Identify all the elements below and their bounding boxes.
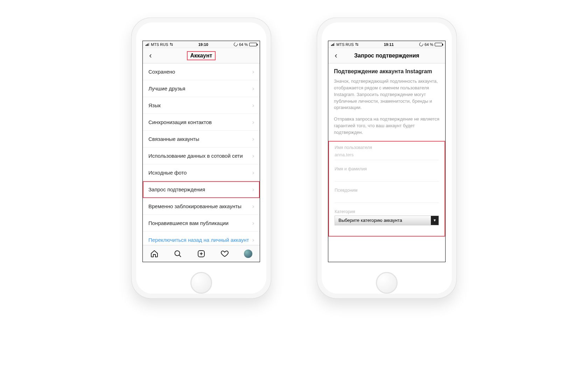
settings-row-label: Язык [148, 102, 161, 108]
verification-form: Имя пользователя anna.ters Имя и фамилия… [328, 141, 445, 237]
clock-label: 19:10 [198, 42, 208, 47]
battery-pct: 64 % [425, 42, 433, 47]
category-select[interactable]: Выберите категорию аккаунта ▼ [335, 216, 439, 225]
settings-row-label: Исходные фото [148, 170, 187, 176]
chevron-down-icon: ▼ [431, 216, 439, 225]
sync-icon [233, 42, 238, 47]
status-bar: MTS RUS ⇆ 19:10 64 % [143, 41, 260, 48]
page-title: Запрос подтверждения [328, 53, 445, 59]
settings-row-9[interactable]: Понравившиеся вам публикации› [143, 215, 260, 232]
fullname-input[interactable] [335, 173, 439, 179]
chevron-right-icon: › [252, 220, 254, 226]
fullname-label: Имя и фамилия [335, 166, 439, 171]
nav-header: ‹ Аккаунт [143, 48, 260, 63]
settings-row-label: Сохранено [148, 69, 175, 75]
alias-label: Псевдоним [335, 188, 439, 193]
category-select-text: Выберите категорию аккаунта [338, 218, 402, 223]
phone-left: MTS RUS ⇆ 19:10 64 % ‹ Аккаунт Сохранено… [131, 18, 271, 299]
page-title: Аккаунт [143, 51, 260, 60]
chevron-right-icon: › [252, 102, 254, 109]
page-title-text: Аккаунт [187, 51, 216, 60]
settings-row-label: Запрос подтверждения [148, 186, 205, 192]
alias-input[interactable] [335, 195, 439, 200]
settings-row-label: Использование данных в сотовой сети [148, 153, 243, 159]
content-area: Подтверждение аккаунта Instagram Значок,… [328, 63, 445, 262]
settings-row-1[interactable]: Лучшие друзья› [143, 80, 260, 97]
chevron-right-icon: › [252, 237, 254, 243]
settings-list[interactable]: Сохранено›Лучшие друзья›Язык›Синхронизац… [143, 63, 260, 245]
signal-icon [146, 43, 149, 46]
wifi-icon: ⇆ [170, 42, 173, 47]
carrier-label: MTS RUS [151, 42, 168, 47]
settings-row-label: Лучшие друзья [148, 86, 186, 91]
settings-row-6[interactable]: Исходные фото› [143, 164, 260, 181]
chevron-right-icon: › [252, 119, 254, 125]
status-bar: MTS RUS ⇆ 19:11 64 % [328, 41, 445, 48]
settings-row-label: Понравившиеся вам публикации [148, 220, 229, 226]
home-button[interactable] [376, 272, 398, 294]
settings-row-2[interactable]: Язык› [143, 97, 260, 114]
screen-right: MTS RUS ⇆ 19:11 64 % ‹ Запрос подтвержде… [328, 41, 446, 262]
nav-header: ‹ Запрос подтверждения [328, 48, 445, 63]
settings-row-label: Переключиться назад на личный аккаунт [148, 237, 249, 243]
settings-row-7[interactable]: Запрос подтверждения› [143, 181, 260, 198]
alias-field[interactable]: Псевдоним [335, 188, 439, 203]
settings-row-3[interactable]: Синхронизация контактов› [143, 114, 260, 131]
battery-pct: 64 % [239, 42, 248, 47]
battery-icon [249, 43, 257, 46]
sync-icon [419, 42, 424, 47]
settings-row-5[interactable]: Использование данных в сотовой сети› [143, 148, 260, 164]
settings-row-8[interactable]: Временно заблокированные аккаунты› [143, 198, 260, 215]
category-field: Категория Выберите категорию аккаунта ▼ [335, 209, 439, 227]
fullname-field[interactable]: Имя и фамилия [335, 166, 439, 182]
phone-right: MTS RUS ⇆ 19:11 64 % ‹ Запрос подтвержде… [317, 18, 457, 299]
settings-row-4[interactable]: Связанные аккаунты› [143, 131, 260, 148]
settings-row-label: Синхронизация контактов [148, 119, 212, 125]
back-button[interactable]: ‹ [328, 51, 344, 60]
home-button[interactable] [190, 272, 212, 294]
tab-bar [143, 245, 260, 262]
username-value: anna.ters [335, 152, 354, 157]
battery-icon [435, 43, 442, 46]
settings-row-label: Временно заблокированные аккаунты [148, 203, 241, 209]
page-title-text: Запрос подтверждения [354, 53, 419, 59]
chevron-right-icon: › [252, 136, 254, 142]
svg-point-0 [175, 251, 180, 255]
verification-para-2: Отправка запроса на подтверждение не явл… [334, 116, 440, 136]
home-icon[interactable] [150, 249, 159, 258]
signal-icon [331, 43, 335, 46]
settings-row-0[interactable]: Сохранено› [143, 63, 260, 80]
username-label: Имя пользователя [335, 145, 439, 150]
carrier-label: MTS RUS [336, 42, 354, 47]
heart-icon[interactable] [220, 249, 229, 258]
search-icon[interactable] [173, 249, 182, 258]
wifi-icon: ⇆ [355, 42, 358, 47]
chevron-right-icon: › [252, 86, 254, 92]
chevron-right-icon: › [252, 203, 254, 210]
back-button[interactable]: ‹ [143, 51, 158, 60]
category-label: Категория [335, 209, 439, 214]
add-icon[interactable] [197, 249, 206, 258]
verification-para-1: Значок, подтверждающий подлинность аккау… [334, 78, 440, 111]
chevron-right-icon: › [252, 170, 254, 176]
settings-row-label: Связанные аккаунты [148, 136, 199, 142]
username-field: Имя пользователя anna.ters [335, 145, 439, 160]
screen-left: MTS RUS ⇆ 19:10 64 % ‹ Аккаунт Сохранено… [142, 41, 260, 262]
settings-row-10[interactable]: Переключиться назад на личный аккаунт› [143, 232, 260, 245]
clock-label: 19:11 [384, 42, 394, 47]
chevron-right-icon: › [252, 153, 254, 159]
chevron-right-icon: › [252, 186, 254, 193]
chevron-right-icon: › [252, 69, 254, 75]
verification-heading: Подтверждение аккаунта Instagram [334, 68, 440, 75]
profile-avatar[interactable] [244, 249, 253, 258]
